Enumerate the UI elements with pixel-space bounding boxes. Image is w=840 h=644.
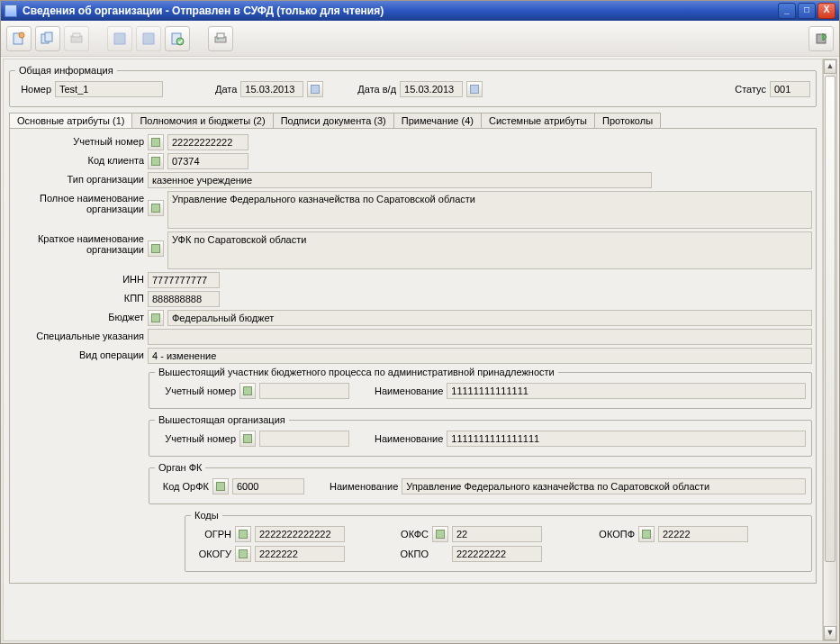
toolbar-print2-button[interactable] [208,26,233,51]
okopf-label: ОКОПФ [585,529,635,540]
date-field[interactable]: 15.03.2013 [240,81,303,97]
vertical-scrollbar[interactable]: ▲ ▼ [823,59,837,641]
short-name-field[interactable]: УФК по Саратовской области [167,231,812,269]
status-field[interactable]: 001 [770,81,810,97]
app-icon [5,5,17,17]
close-button[interactable]: X [817,3,835,19]
superior-budget-legend: Вышестоящий участник бюджетного процесса… [155,367,558,377]
toolbar-new-button[interactable] [6,26,32,51]
superior-org-legend: Вышестоящая организация [155,414,289,425]
svg-rect-6 [114,33,125,44]
ogrn-field[interactable]: 2222222222222 [255,526,345,542]
fk-name-label: Наименование [330,481,398,492]
okogu-lookup[interactable] [235,546,251,562]
so-account-label: Учетный номер [155,433,236,444]
tabs: Основные атрибуты (1) Полномочия и бюдже… [9,113,817,129]
tab-main-attributes[interactable]: Основные атрибуты (1) [9,113,132,128]
fk-name-field[interactable]: Управление Федерального казначейства по … [402,478,806,494]
kpp-field[interactable]: 888888888 [148,291,220,307]
fk-group: Орган ФК Код ОрФК 6000 Наименование Упра… [149,462,812,504]
fk-legend: Орган ФК [155,462,205,473]
okfs-label: ОКФС [388,529,429,540]
number-label: Номер [15,84,51,95]
inn-label: ИНН [14,272,144,285]
scroll-thumb[interactable] [825,76,835,562]
toolbar-saveas-button [136,26,161,51]
sb-account-field[interactable] [259,383,349,399]
svg-rect-5 [73,33,80,37]
org-type-field[interactable]: казенное учреждение [148,172,652,188]
svg-point-1 [19,32,24,38]
superior-budget-group: Вышестоящий участник бюджетного процесса… [149,367,812,409]
full-name-field[interactable]: Управление Федерального казначейства по … [167,191,812,229]
full-name-label: Полное наименование организации [14,191,144,214]
client-code-lookup[interactable] [148,153,164,169]
maximize-button[interactable]: □ [798,3,816,19]
so-account-lookup[interactable] [239,431,256,447]
toolbar-print-button [64,26,89,51]
client-code-field[interactable]: 07374 [167,153,248,169]
okopf-lookup[interactable] [638,526,655,542]
okogu-field[interactable]: 2222222 [255,546,345,562]
scroll-up-arrow[interactable]: ▲ [824,59,836,74]
special-label: Специальные указания [14,329,144,341]
org-type-label: Тип организации [14,172,144,185]
budget-field[interactable]: Федеральный бюджет [167,310,812,326]
okogu-label: ОКОГУ [191,549,231,559]
okpo-field[interactable]: 222222222 [452,546,542,562]
sb-name-label: Наименование [375,385,443,396]
sb-name-field[interactable]: 11111111111111 [447,383,806,399]
toolbar-validate-button[interactable] [165,26,190,51]
okopf-field[interactable]: 22222 [658,526,748,542]
date-picker-button[interactable] [307,81,323,97]
minimize-button[interactable]: _ [778,3,796,19]
okfs-lookup[interactable] [432,526,448,542]
tab-note[interactable]: Примечание (4) [393,113,482,128]
tab-protocols[interactable]: Протоколы [594,113,661,128]
special-field[interactable] [148,329,812,345]
fk-code-lookup[interactable] [212,478,229,494]
op-kind-field[interactable]: 4 - изменение [148,348,812,364]
account-number-label: Учетный номер [14,134,144,147]
budget-label: Бюджет [14,310,144,322]
account-number-field[interactable]: 22222222222 [167,134,248,150]
svg-rect-11 [217,33,224,38]
toolbar-save-button [107,26,132,51]
budget-lookup[interactable] [148,310,164,326]
tab-body: Учетный номер 22222222222 Код клиента 07… [9,129,817,584]
kpp-label: КПП [14,291,144,304]
okpo-label: ОКПО [388,549,429,559]
okfs-field[interactable]: 22 [452,526,542,542]
fk-code-field[interactable]: 6000 [232,478,304,494]
codes-group: Коды ОГРН 2222222222222 ОКФС 22 ОКОПФ [185,510,812,572]
full-name-lookup[interactable] [148,200,164,216]
general-legend: Общая информация [15,65,117,76]
sb-account-label: Учетный номер [155,385,236,396]
ogrn-lookup[interactable] [235,526,251,542]
number-field[interactable]: Test_1 [55,81,163,97]
toolbar-copy-button[interactable] [35,26,60,51]
toolbar-plugin-button[interactable] [808,26,834,51]
date-vd-field[interactable]: 15.03.2013 [400,81,463,97]
short-name-lookup[interactable] [148,240,164,257]
so-name-field[interactable]: 1111111111111111 [447,431,806,447]
tab-signatures[interactable]: Подписи документа (3) [273,113,394,128]
svg-rect-3 [45,32,52,41]
toolbar [1,21,839,57]
tab-system-attributes[interactable]: Системные атрибуты [481,113,595,128]
scroll-down-arrow[interactable]: ▼ [824,626,836,640]
codes-legend: Коды [191,510,222,521]
account-number-lookup[interactable] [148,134,164,150]
so-name-label: Наименование [375,433,443,444]
tab-powers-budgets[interactable]: Полномочия и бюджеты (2) [131,113,273,128]
status-label: Статус [735,84,766,95]
main-content: Общая информация Номер Test_1 Дата 15.03… [3,59,823,641]
op-kind-label: Вид операции [14,348,144,360]
client-code-label: Код клиента [14,153,144,166]
date-label: Дата [215,84,237,95]
fk-code-label: Код ОрФК [155,481,209,492]
so-account-field[interactable] [259,431,349,447]
inn-field[interactable]: 7777777777 [148,272,220,288]
date-vd-picker-button[interactable] [466,81,483,97]
sb-account-lookup[interactable] [239,383,256,399]
